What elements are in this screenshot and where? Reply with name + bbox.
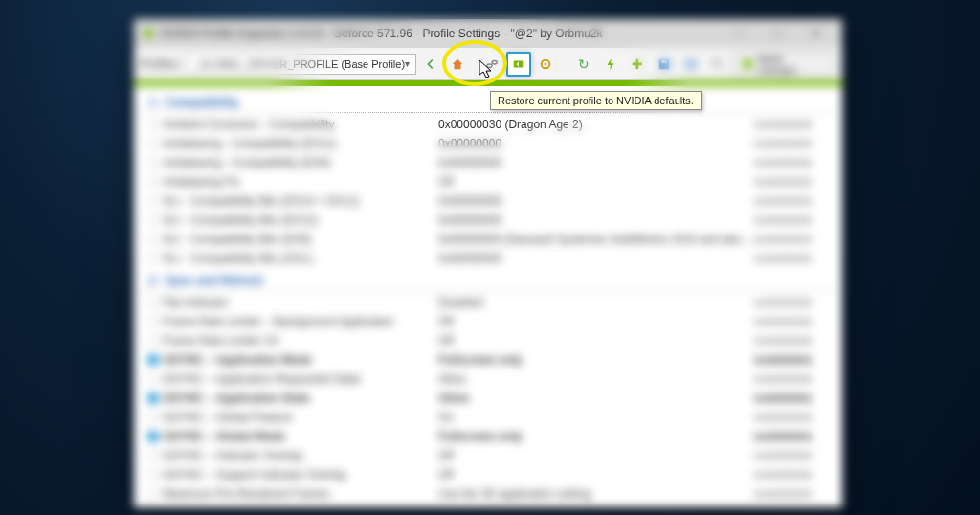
setting-hex: 0x00000000 [754, 214, 831, 226]
setting-value[interactable]: Off [431, 175, 754, 189]
minimize-button[interactable]: — [720, 22, 758, 45]
titlebar[interactable]: NVIDIA Profile Inspector 2.4.0.8 - Gefor… [134, 19, 842, 48]
lightning-button[interactable] [598, 52, 623, 77]
setting-row[interactable]: GSYNC – Application Requested StateAllow… [138, 369, 835, 389]
row-bullet-icon [147, 297, 159, 308]
home-button[interactable] [445, 52, 470, 77]
setting-value[interactable]: Fullscreen only [431, 430, 754, 443]
setting-row[interactable]: SLI - Compatibility Bits (DX12)0x0000000… [138, 211, 835, 230]
nvidia-restore-icon [512, 57, 525, 71]
setting-row[interactable]: GSYNC – Indicator OverlayOff0x00000000 [138, 446, 835, 465]
setting-name: Flip Indicator [163, 296, 431, 309]
other-button-1[interactable]: ✚ [625, 52, 650, 77]
maximize-button[interactable]: □ [758, 22, 796, 45]
svg-line-9 [719, 64, 723, 68]
window-credit: - "@2" by Orbmu2k [503, 27, 602, 40]
setting-value[interactable]: 0x00000000 [431, 213, 754, 227]
setting-name: Ambient Occlusion - Compatibility [163, 118, 431, 131]
setting-hex: 0x00000000 [754, 335, 831, 347]
row-bullet-icon [147, 214, 159, 226]
setting-value[interactable]: Off [431, 468, 754, 481]
setting-value[interactable]: Allow [431, 372, 754, 386]
setting-value[interactable]: Disabled [431, 296, 754, 309]
setting-row[interactable]: GSYNC – Application StateAllow0x00000001 [138, 389, 835, 408]
magnify-button[interactable] [705, 52, 730, 77]
setting-value[interactable]: Off [431, 334, 754, 347]
setting-row[interactable]: Antialiasing - Compatibility (DX9)0x0000… [138, 153, 835, 172]
setting-value[interactable]: Off [431, 449, 754, 462]
setting-name: Antialiasing - Compatibility (DX1x) [163, 137, 431, 150]
save-icon [657, 57, 671, 71]
setting-row[interactable]: SLI - Compatibility Bits (OGL)0x00000000… [138, 249, 835, 268]
gear-icon [539, 57, 552, 71]
settings-button[interactable] [533, 52, 558, 77]
setting-hex: 0x00000000 [754, 469, 831, 481]
setting-row[interactable]: GSYNC – Support Indicator OverlayOff0x00… [138, 465, 835, 484]
window-title: NVIDIA Profile Inspector 2.4.0.8 - Gefor… [161, 27, 500, 40]
magnify-icon [711, 57, 724, 71]
row-bullet-icon [147, 335, 159, 347]
setting-row[interactable]: Antialiasing FixOff0x00000000 [138, 172, 835, 191]
restore-defaults-button[interactable] [506, 52, 531, 77]
setting-value[interactable]: On [431, 411, 754, 424]
setting-hex: 0x00000001 [754, 354, 831, 366]
svg-point-0 [487, 64, 492, 68]
row-bullet-icon [147, 157, 159, 168]
setting-value[interactable]: Allow [431, 392, 754, 405]
setting-row[interactable]: GSYNC – Application ModeFullscreen only0… [138, 350, 835, 369]
setting-hex: 0x00000000 [754, 234, 831, 245]
back-button[interactable] [418, 52, 443, 77]
setting-name: Antialiasing Fix [163, 175, 431, 189]
setting-value[interactable]: Use the 3D application setting [431, 487, 754, 501]
svg-rect-6 [661, 59, 666, 63]
setting-value[interactable]: Highest available [431, 506, 754, 507]
save-button[interactable] [652, 52, 677, 77]
refresh-button[interactable]: ↻ [571, 52, 596, 77]
tooltip: Restore current profile to NVIDIA defaul… [490, 91, 702, 110]
export-button[interactable] [679, 52, 703, 77]
setting-value[interactable]: 0x00000000 [431, 194, 754, 208]
row-bullet-icon [147, 316, 159, 327]
setting-row[interactable]: GSYNC – Global ModeFullscreen only0x0000… [138, 427, 835, 446]
home-icon [451, 57, 464, 71]
setting-name: Maximum Pre-Rendered Frames [163, 487, 431, 501]
setting-row[interactable]: SLI - Compatibility Bits (DX10 + DX11)0x… [138, 191, 835, 211]
setting-value[interactable]: 0x00000000 [431, 156, 754, 169]
setting-value[interactable]: 0x00000030 (Dragon Age 2) [431, 118, 754, 131]
setting-hex: 0x00000000 [754, 119, 831, 130]
setting-name: GSYNC – Support Indicator Overlay [163, 468, 431, 481]
row-bullet-icon [147, 450, 159, 461]
section-header: 2 - Sync and Refresh [138, 268, 835, 291]
setting-row[interactable]: Flip IndicatorDisabled0x00000000 [138, 293, 835, 312]
row-bullet-icon [147, 392, 159, 404]
setting-name: GSYNC – Global Feature [163, 411, 431, 424]
setting-row[interactable]: Frame Rate Limiter V3Off0x00000000 [138, 331, 835, 350]
setting-row[interactable]: Maximum Pre-Rendered FramesUse the 3D ap… [138, 484, 835, 504]
setting-hex: 0x00000001 [754, 392, 831, 404]
setting-name: GSYNC – Application Requested State [163, 372, 431, 386]
settings-grid[interactable]: 1 - CompatibilityAmbient Occlusion - Com… [134, 86, 842, 507]
setting-row[interactable]: Prefered RefreshrateHighest available0x0… [138, 504, 835, 507]
row-bullet-icon [147, 119, 159, 130]
setting-hex: 0x00000000 [754, 373, 831, 385]
setting-value[interactable]: 0x00000000 [431, 137, 754, 150]
profile-dropdown[interactable]: _GLOBAL_DRIVER_PROFILE (Base Profile) [187, 54, 416, 75]
setting-row[interactable]: GSYNC – Global FeatureOn0x00000000 [138, 408, 835, 427]
setting-value[interactable]: 0x00000000 (Dassault Systemes SolidWorks… [431, 233, 754, 246]
setting-row[interactable]: SLI - Compatibility Bits (DX9)0x00000000… [138, 230, 835, 249]
close-button[interactable]: ✕ [796, 22, 835, 45]
row-bullet-icon [147, 138, 159, 149]
apply-dot-icon [743, 59, 752, 69]
row-bullet-icon [147, 431, 159, 442]
setting-value[interactable]: 0x00000000 [431, 252, 754, 265]
row-bullet-icon [147, 195, 159, 207]
setting-value[interactable]: Off [431, 315, 754, 328]
setting-value[interactable]: Fullscreen only [431, 353, 754, 367]
setting-hex: 0x00000000 [754, 412, 831, 423]
row-bullet-icon [147, 469, 159, 481]
setting-row[interactable]: Antialiasing - Compatibility (DX1x)0x000… [138, 134, 835, 153]
apply-changes-button[interactable]: Apply changes [732, 53, 836, 76]
setting-row[interactable]: Ambient Occlusion - Compatibility0x00000… [138, 115, 835, 134]
setting-row[interactable]: Frame Rate Limiter – Background Applicat… [138, 312, 835, 331]
link-button[interactable] [479, 52, 504, 77]
